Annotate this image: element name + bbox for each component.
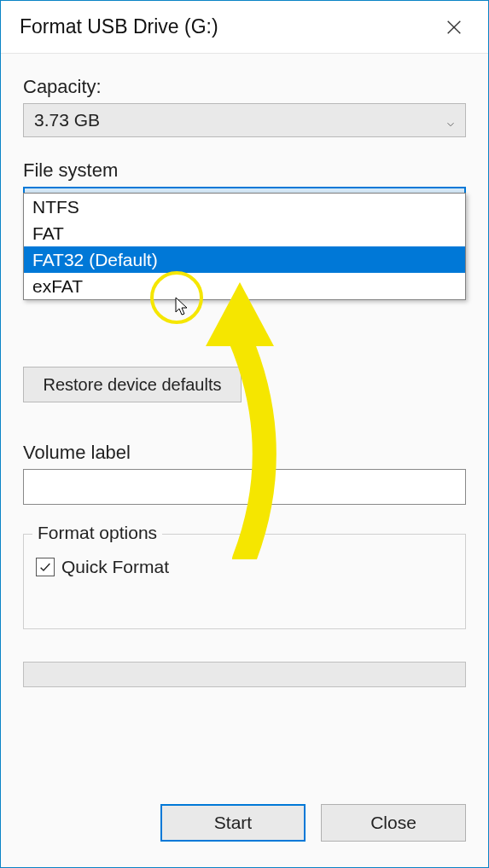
quick-format-checkbox[interactable] <box>36 558 55 576</box>
filesystem-option-fat[interactable]: FAT <box>24 220 465 246</box>
spacer <box>23 402 466 438</box>
filesystem-option-exfat[interactable]: exFAT <box>24 273 465 299</box>
format-options-group: Format options Quick Format <box>23 534 466 629</box>
filesystem-option-ntfs[interactable]: NTFS <box>24 194 465 220</box>
format-dialog: Format USB Drive (G:) Capacity: 3.73 GB … <box>0 0 489 868</box>
filesystem-label: File system <box>23 159 466 182</box>
capacity-label: Capacity: <box>23 76 466 98</box>
volume-label-label: Volume label <box>23 442 466 464</box>
window-title: Format USB Drive (G:) <box>20 15 218 38</box>
content-area: Capacity: 3.73 GB File system FAT32 (Def… <box>1 54 488 770</box>
chevron-down-icon <box>445 114 457 126</box>
filesystem-option-fat32[interactable]: FAT32 (Default) <box>24 246 465 273</box>
close-button[interactable]: Close <box>321 804 466 842</box>
capacity-value: 3.73 GB <box>34 110 100 130</box>
format-options-legend: Format options <box>32 523 162 543</box>
close-icon[interactable] <box>435 9 473 46</box>
start-button[interactable]: Start <box>160 804 306 842</box>
capacity-select[interactable]: 3.73 GB <box>23 103 466 137</box>
button-bar: Start Close <box>1 770 488 867</box>
filesystem-dropdown: NTFS FAT FAT32 (Default) exFAT <box>23 193 466 300</box>
quick-format-label: Quick Format <box>61 557 169 577</box>
progress-bar <box>23 662 466 687</box>
quick-format-row: Quick Format <box>36 557 453 577</box>
restore-defaults-button[interactable]: Restore device defaults <box>23 367 242 402</box>
volume-label-input[interactable] <box>23 469 466 505</box>
titlebar: Format USB Drive (G:) <box>1 1 488 54</box>
